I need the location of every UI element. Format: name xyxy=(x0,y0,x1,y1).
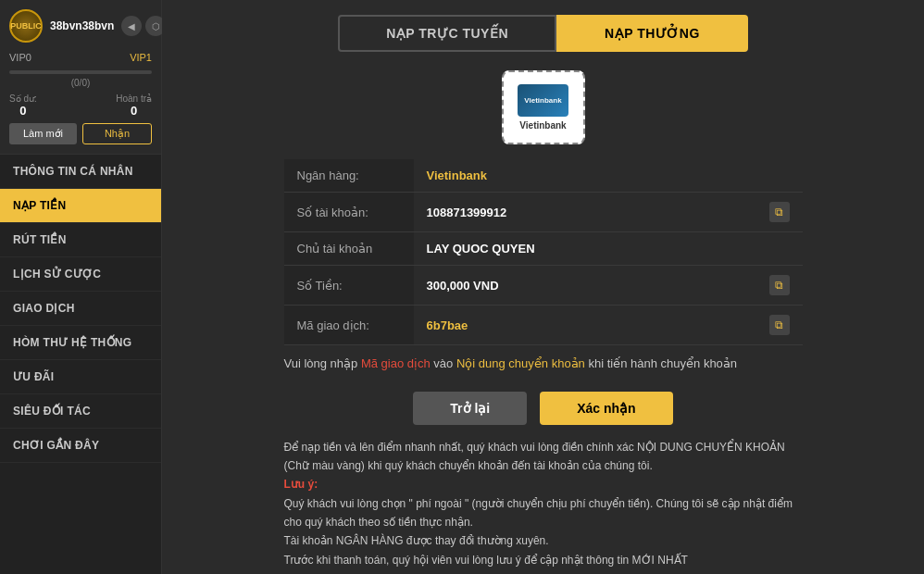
notice-link2: Nội dung chuyển khoản xyxy=(456,356,585,370)
confirm-button[interactable]: Xác nhận xyxy=(540,392,672,425)
info-label-3: Số Tiền: xyxy=(284,266,414,306)
main-content: NẠP TRỰC TUYẾNNẠP THƯỞNG Vietinbank Viet… xyxy=(162,0,924,574)
nhan-button[interactable]: Nhận xyxy=(82,123,152,144)
balance-label: Số dư: xyxy=(9,94,37,104)
footer-line-3: Tài khoản NGÂN HÀNG được thay đổi thường… xyxy=(284,531,803,550)
sidebar-nav: THÔNG TIN CÁ NHÂNNẠP TIỀNRÚT TIỀNLỊCH SỬ… xyxy=(0,155,161,574)
sidebar-nav-item-3[interactable]: LỊCH SỬ CƯỢC xyxy=(0,257,161,292)
balance-value: 0 xyxy=(19,104,26,118)
info-row-1: Số tài khoản:108871399912⧉ xyxy=(284,193,803,232)
info-row-3: Số Tiền:300,000 VND⧉ xyxy=(284,266,803,306)
notice-mid: vào xyxy=(431,356,456,370)
bank-card[interactable]: Vietinbank Vietinbank xyxy=(502,70,585,144)
bank-logo: Vietinbank xyxy=(518,84,568,117)
notice-before: Vui lòng nhập xyxy=(284,356,361,370)
info-label-4: Mã giao dịch: xyxy=(284,306,414,345)
info-value-0: Vietinbank xyxy=(414,159,756,193)
vip-bar: VIP0 VIP1 xyxy=(9,48,152,67)
info-value-2: LAY QUOC QUYEN xyxy=(414,232,756,266)
notice-link1: Mã giao dịch xyxy=(361,356,431,370)
sidebar-nav-item-5[interactable]: HÒM THƯ HỆ THỐNG xyxy=(0,326,161,360)
sidebar-nav-item-7[interactable]: SIÊU ĐỐI TÁC xyxy=(0,394,161,429)
tabs-container: NẠP TRỰC TUYẾNNẠP THƯỞNG xyxy=(162,0,924,61)
notice-text: Vui lòng nhập Mã giao dịch vào Nội dung … xyxy=(284,355,803,373)
avatar-label: PUBLIC xyxy=(10,21,42,31)
lammoi-button[interactable]: Làm mới xyxy=(9,123,77,144)
bank-logo-text: Vietinbank xyxy=(524,96,561,105)
footer-line-4: Trước khi thanh toán, quý hội viên vui l… xyxy=(284,551,803,569)
sidebar-nav-item-8[interactable]: CHƠI GẦN ĐÂY xyxy=(0,429,161,463)
balance-actions: Làm mới Nhận xyxy=(9,123,152,144)
footer-line-2: Quý khách vui lòng chọn " phí ngoài " (n… xyxy=(284,494,803,532)
tab-0[interactable]: NẠP TRỰC TUYẾN xyxy=(338,15,556,52)
info-value-4: 6b7bae xyxy=(414,306,756,345)
refund-item: Hoàn trả 0 xyxy=(116,94,152,118)
sidebar: PUBLIC 38bvn38bvn ◀ ⬡ ▶ VIP0 VIP1 (0/0) … xyxy=(0,0,162,574)
info-value-3: 300,000 VND xyxy=(414,266,756,306)
info-table: Ngân hàng:VietinbankSố tài khoản:1088713… xyxy=(284,159,803,345)
profile-section: PUBLIC 38bvn38bvn ◀ ⬡ ▶ VIP0 VIP1 (0/0) … xyxy=(0,0,161,155)
refund-label: Hoàn trả xyxy=(116,94,152,104)
sidebar-nav-item-1[interactable]: NẠP TIỀN xyxy=(0,189,161,223)
action-buttons: Trở lại Xác nhận xyxy=(162,392,924,425)
refund-value: 0 xyxy=(131,104,137,118)
info-row-0: Ngân hàng:Vietinbank xyxy=(284,159,803,193)
notice-after: khi tiến hành chuyển khoản xyxy=(585,356,737,370)
bank-name-label: Vietinbank xyxy=(519,120,566,131)
info-copy-cell-3: ⧉ xyxy=(756,266,803,306)
info-value-1: 108871399912 xyxy=(414,193,756,232)
copy-icon-1[interactable]: ⧉ xyxy=(769,202,790,222)
tab-1[interactable]: NẠP THƯỞNG xyxy=(556,15,748,52)
info-row-4: Mã giao dịch:6b7bae⧉ xyxy=(284,306,803,345)
back-button[interactable]: Trở lại xyxy=(413,392,527,425)
avatar: PUBLIC xyxy=(9,9,43,43)
info-copy-cell-4: ⧉ xyxy=(756,306,803,345)
info-label-2: Chủ tài khoản xyxy=(284,232,414,266)
balance-row: Số dư: 0 Hoàn trả 0 xyxy=(9,94,152,118)
vip-right: VIP1 xyxy=(130,52,152,63)
footer-line-1: Lưu ý: xyxy=(284,475,803,493)
info-label-0: Ngân hàng: xyxy=(284,159,414,193)
bank-card-container: Vietinbank Vietinbank xyxy=(162,61,924,159)
info-copy-cell-2 xyxy=(756,232,803,266)
progress-label: (0/0) xyxy=(9,78,152,88)
sidebar-nav-item-2[interactable]: RÚT TIỀN xyxy=(0,223,161,257)
sidebar-nav-item-4[interactable]: GIAO DỊCH xyxy=(0,292,161,326)
sidebar-nav-item-6[interactable]: ƯU ĐÃI xyxy=(0,360,161,394)
username-label: 38bvn38bvn xyxy=(50,19,114,32)
info-row-2: Chủ tài khoảnLAY QUOC QUYEN xyxy=(284,232,803,266)
footer-line-0: Để nạp tiền và lên điểm nhanh nhất, quý … xyxy=(284,438,803,476)
info-copy-cell-0 xyxy=(756,159,803,193)
profile-icon-1[interactable]: ◀ xyxy=(121,16,142,36)
balance-item: Số dư: 0 xyxy=(9,94,37,118)
info-copy-cell-1: ⧉ xyxy=(756,193,803,232)
sidebar-nav-item-0[interactable]: THÔNG TIN CÁ NHÂN xyxy=(0,155,161,189)
info-label-1: Số tài khoản: xyxy=(284,193,414,232)
footer-notes: Để nạp tiền và lên điểm nhanh nhất, quý … xyxy=(284,438,803,570)
vip-left: VIP0 xyxy=(9,52,31,63)
profile-top: PUBLIC 38bvn38bvn ◀ ⬡ ▶ xyxy=(9,9,152,43)
copy-icon-3[interactable]: ⧉ xyxy=(769,275,790,295)
progress-bar-container xyxy=(9,70,152,74)
copy-icon-4[interactable]: ⧉ xyxy=(769,315,790,335)
